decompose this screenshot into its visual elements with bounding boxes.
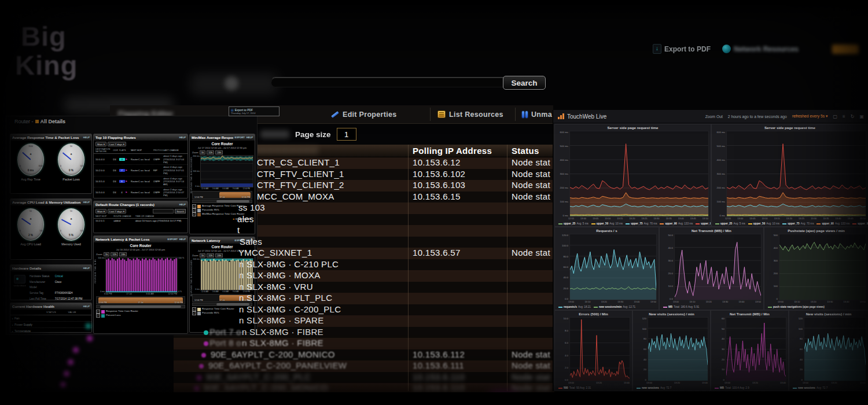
tab-list-resources[interactable]: List Resources (437, 105, 503, 123)
legend-item[interactable]: upper_90Avg: 133 ms (816, 222, 849, 225)
help-button[interactable]: HELP (179, 238, 186, 241)
expand-icon[interactable]: ▸ (12, 317, 13, 320)
legend-item[interactable]: upper_75Avg: 70 ms (626, 222, 657, 225)
legend-item[interactable]: ✓Percent Loss (96, 314, 185, 318)
table-row[interactable] (174, 349, 554, 361)
refresh-icon[interactable]: ↻ (851, 114, 855, 119)
zoom-1h-button[interactable]: 1h (200, 150, 206, 154)
panel-icon[interactable]: ▣ (859, 114, 864, 119)
help-button[interactable]: HELP (247, 136, 253, 139)
search-input[interactable] (271, 77, 510, 87)
panel-title[interactable]: Net Transmit (MB) / Min (711, 311, 788, 317)
col-protocol[interactable]: PROTOCOL (153, 149, 163, 152)
chart-scrubber[interactable]: 12:00 PM 17 Jul 12:00 PM (96, 296, 185, 304)
col-flaps[interactable]: FLAPS (119, 149, 131, 152)
zoom-1h-button[interactable]: 1h (200, 253, 206, 257)
help-button[interactable]: HELP (83, 136, 90, 139)
table-row[interactable] (174, 383, 554, 395)
legend-item[interactable]: ✓Percentile 95% (192, 208, 252, 212)
tab-unmanage[interactable]: Unma (522, 105, 552, 123)
legend-item[interactable]: upper_25Avg: 5 ms (715, 222, 745, 225)
panel-title[interactable]: New visits (sessions) / min (789, 311, 868, 317)
legend-checkbox[interactable]: ✓ (192, 208, 196, 212)
flapping-route-row[interactable]: 10.0.4.0/2418⚑RouterC as: localOSPFabout… (94, 154, 187, 165)
flapping-route-row[interactable]: 10.3.5.0/246⚑RouterC as: localOSPFabout … (94, 176, 187, 187)
help-button[interactable]: HELP (83, 305, 90, 308)
help-button[interactable]: HELP (83, 267, 90, 270)
panel-title[interactable]: Server side page request time (555, 124, 711, 131)
legend-item[interactable]: upper_90Avg: 133 ms (660, 222, 693, 225)
export-button[interactable]: EXPORT (168, 238, 178, 241)
legend-item[interactable]: upper_25Avg: 5 ms (558, 222, 589, 225)
legend-item[interactable]: 500Total: 93 Avg: 2.31 (558, 386, 591, 389)
legend-item[interactable]: MBTotal: 103.4 Avg: 2.9 (715, 386, 749, 389)
blurred-action-button[interactable]: Network Resources (722, 45, 821, 53)
route-next-hop[interactable]: RouterC as: local (131, 158, 153, 161)
flapping-route-row[interactable]: 10.5.0.0/244⚑RouterC as: localOSPFabout … (94, 187, 187, 198)
panel-title[interactable]: Requests / s (555, 227, 659, 234)
legend-checkbox[interactable]: ✓ (192, 204, 196, 208)
zoom-24h-button[interactable]: 24h (215, 150, 223, 154)
legend-item[interactable]: upper_75Avg: 70 ms (782, 222, 814, 225)
route-next-hop[interactable]: RouterC as: local (131, 180, 153, 183)
route-change-row[interactable]: 10.2.0.1 added about 10 hours ago (7/16/… (94, 219, 187, 223)
table-row[interactable] (174, 360, 554, 372)
legend-item[interactable]: ✓Response Time Core Router (96, 310, 185, 314)
legend-item[interactable]: MBTotal: 180.6 Avg: 5.91 (663, 305, 699, 308)
route-next-hop[interactable]: RouterC as: local (131, 169, 153, 172)
legend-item[interactable]: upper_95Avg: 194 ms (696, 222, 711, 225)
help-button[interactable]: HELP (179, 203, 186, 206)
orange-blurred-button[interactable] (832, 45, 859, 54)
legend-item[interactable]: upper_95Avg: 194 ms (852, 222, 868, 225)
page-size-input[interactable] (337, 128, 356, 141)
export-button[interactable]: EXPORT (235, 239, 245, 242)
panel-title[interactable]: Errors (500) / Min (555, 311, 632, 317)
grafana-app-title[interactable]: TouchWeb Live (567, 113, 606, 120)
health-row[interactable]: ▸Fan (10, 315, 91, 322)
chart-scrubber[interactable]: 12:00 PM 17 Jul 12:00 PM (192, 191, 252, 199)
table-row[interactable] (174, 338, 554, 349)
scrollbar[interactable] (96, 305, 185, 308)
zoom-out-button[interactable]: Zoom Out (705, 115, 723, 119)
export-pdf-button[interactable]: ↓ Export to PDF (653, 44, 711, 54)
scrollbar[interactable] (192, 200, 252, 203)
expand-icon[interactable]: ▸ (12, 330, 13, 333)
col-cidr[interactable]: CIDR (113, 149, 119, 152)
panel-title[interactable]: Server side page request time (712, 124, 868, 131)
column-header-status[interactable]: Status (512, 146, 539, 156)
mini-search-input[interactable] (153, 209, 174, 213)
time-range-label[interactable]: 2 hours ago to a few seconds ago (728, 115, 787, 119)
col-last-change[interactable]: LAST CHANGE (163, 149, 186, 152)
menu-icon[interactable]: ≡ (843, 114, 845, 119)
tab-edit-properties[interactable]: Edit Properties (331, 105, 396, 123)
route-next-hop[interactable]: RouterC as: local (131, 191, 153, 194)
legend-item[interactable]: push state navigations (ajax page views) (768, 305, 825, 308)
chart-scrubber[interactable]: 12:00 PM 17 Jul 12:00 PM (192, 294, 252, 302)
legend-item[interactable]: ✓Min/Max Response Time Core Router (192, 212, 252, 216)
legend-item[interactable]: new sessionsAvg: 72.7 (793, 386, 827, 389)
scrollbar-thumb[interactable] (216, 303, 249, 305)
minmax-chart[interactable] (200, 155, 253, 187)
range-select[interactable]: Last 7 days ▾ (108, 209, 126, 213)
pagination-arrows[interactable] (260, 130, 289, 138)
scrollbar-thumb[interactable] (216, 200, 249, 203)
zoom-12h-button[interactable]: 12h (111, 252, 118, 256)
health-row[interactable]: ▸Temperature (10, 328, 91, 333)
legend-checkbox[interactable]: ✓ (192, 307, 196, 311)
legend-item[interactable]: ✓Percentile 95% (192, 311, 252, 315)
range-select[interactable]: Last 7 days ▾ (108, 142, 126, 146)
legend-item[interactable]: ✓Average Response Time Core Router (192, 204, 252, 208)
scrollbar-thumb[interactable] (100, 305, 181, 308)
help-button[interactable]: HELP (179, 136, 186, 139)
column-header-ip[interactable]: Polling IP Address (413, 146, 492, 156)
scrollbar[interactable] (192, 303, 252, 306)
export-button[interactable]: EXPORT (235, 136, 245, 139)
zoom-24h-button[interactable]: 24h (215, 253, 223, 257)
legend-item[interactable]: new sessionsAvg: 72.7 (637, 386, 671, 389)
legend-item[interactable]: upper_50Avg: 10 ms (748, 222, 779, 225)
zoom-1h-button[interactable]: 1h (104, 252, 110, 256)
refresh-interval-button[interactable]: refreshed every 5s ▾ (792, 114, 828, 119)
panel-title[interactable]: Pushstate (ajax) page views / min (764, 227, 868, 234)
view-select[interactable]: Main ▾ (95, 209, 106, 213)
latency-bar-chart[interactable] (105, 257, 178, 293)
